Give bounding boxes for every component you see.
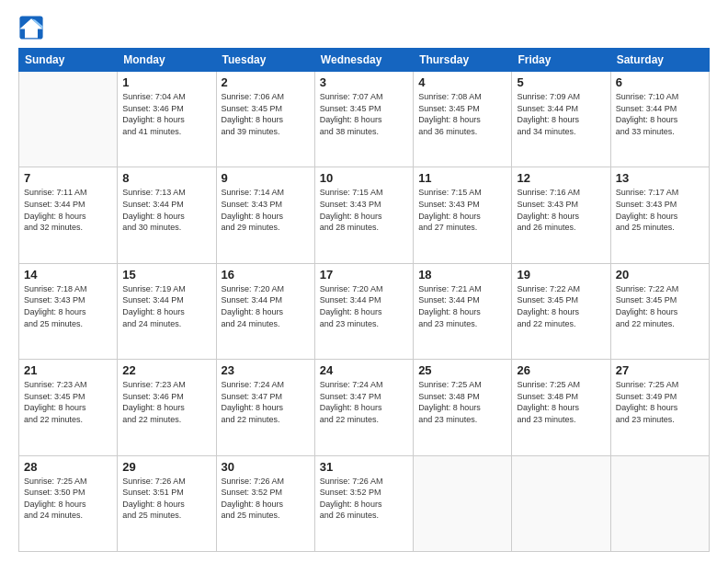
col-header-monday: Monday <box>118 49 216 72</box>
day-number: 26 <box>517 363 605 377</box>
day-number: 19 <box>517 268 605 282</box>
col-header-wednesday: Wednesday <box>314 49 413 72</box>
day-number: 8 <box>122 171 210 185</box>
calendar-cell: 28Sunrise: 7:25 AM Sunset: 3:50 PM Dayli… <box>19 455 118 551</box>
day-number: 13 <box>616 171 704 185</box>
day-info: Sunrise: 7:15 AM Sunset: 3:43 PM Dayligh… <box>418 187 506 233</box>
day-number: 27 <box>616 363 704 377</box>
day-info: Sunrise: 7:20 AM Sunset: 3:44 PM Dayligh… <box>320 283 408 329</box>
calendar-row-2: 14Sunrise: 7:18 AM Sunset: 3:43 PM Dayli… <box>19 263 710 359</box>
calendar-cell: 17Sunrise: 7:20 AM Sunset: 3:44 PM Dayli… <box>314 263 413 359</box>
calendar-cell: 13Sunrise: 7:17 AM Sunset: 3:43 PM Dayli… <box>610 167 709 263</box>
calendar-cell: 4Sunrise: 7:08 AM Sunset: 3:45 PM Daylig… <box>414 72 512 167</box>
header <box>18 15 710 40</box>
page: SundayMondayTuesdayWednesdayThursdayFrid… <box>0 0 728 563</box>
calendar-row-0: 1Sunrise: 7:04 AM Sunset: 3:46 PM Daylig… <box>19 72 710 167</box>
day-number: 31 <box>320 460 408 474</box>
day-number: 21 <box>24 363 112 377</box>
calendar-cell: 8Sunrise: 7:13 AM Sunset: 3:44 PM Daylig… <box>118 167 216 263</box>
day-info: Sunrise: 7:23 AM Sunset: 3:46 PM Dayligh… <box>122 379 210 425</box>
day-number: 4 <box>418 75 506 89</box>
calendar-cell: 5Sunrise: 7:09 AM Sunset: 3:44 PM Daylig… <box>512 72 610 167</box>
col-header-friday: Friday <box>512 49 610 72</box>
day-info: Sunrise: 7:25 AM Sunset: 3:49 PM Dayligh… <box>616 379 704 425</box>
calendar-cell: 2Sunrise: 7:06 AM Sunset: 3:45 PM Daylig… <box>216 72 314 167</box>
day-info: Sunrise: 7:16 AM Sunset: 3:43 PM Dayligh… <box>517 187 605 233</box>
day-info: Sunrise: 7:10 AM Sunset: 3:44 PM Dayligh… <box>616 91 704 137</box>
day-info: Sunrise: 7:26 AM Sunset: 3:51 PM Dayligh… <box>122 476 210 522</box>
calendar-cell: 20Sunrise: 7:22 AM Sunset: 3:45 PM Dayli… <box>610 263 709 359</box>
calendar-cell: 22Sunrise: 7:23 AM Sunset: 3:46 PM Dayli… <box>118 360 216 455</box>
day-info: Sunrise: 7:18 AM Sunset: 3:43 PM Dayligh… <box>24 283 112 329</box>
col-header-sunday: Sunday <box>19 49 118 72</box>
logo-icon <box>18 15 44 40</box>
calendar-cell: 21Sunrise: 7:23 AM Sunset: 3:45 PM Dayli… <box>19 360 118 455</box>
calendar-table: SundayMondayTuesdayWednesdayThursdayFrid… <box>18 48 710 552</box>
day-info: Sunrise: 7:25 AM Sunset: 3:48 PM Dayligh… <box>418 379 506 425</box>
day-number: 1 <box>122 75 210 89</box>
day-number: 12 <box>517 171 605 185</box>
col-header-saturday: Saturday <box>610 49 709 72</box>
day-number: 9 <box>222 171 310 185</box>
col-header-tuesday: Tuesday <box>216 49 314 72</box>
calendar-cell: 6Sunrise: 7:10 AM Sunset: 3:44 PM Daylig… <box>610 72 709 167</box>
day-info: Sunrise: 7:11 AM Sunset: 3:44 PM Dayligh… <box>24 187 112 233</box>
calendar-cell: 29Sunrise: 7:26 AM Sunset: 3:51 PM Dayli… <box>118 455 216 551</box>
calendar-cell: 27Sunrise: 7:25 AM Sunset: 3:49 PM Dayli… <box>610 360 709 455</box>
calendar-cell: 23Sunrise: 7:24 AM Sunset: 3:47 PM Dayli… <box>216 360 314 455</box>
day-info: Sunrise: 7:26 AM Sunset: 3:52 PM Dayligh… <box>320 476 408 522</box>
calendar-row-1: 7Sunrise: 7:11 AM Sunset: 3:44 PM Daylig… <box>19 167 710 263</box>
calendar-cell: 11Sunrise: 7:15 AM Sunset: 3:43 PM Dayli… <box>414 167 512 263</box>
calendar-cell: 31Sunrise: 7:26 AM Sunset: 3:52 PM Dayli… <box>314 455 413 551</box>
day-number: 17 <box>320 268 408 282</box>
calendar-row-3: 21Sunrise: 7:23 AM Sunset: 3:45 PM Dayli… <box>19 360 710 455</box>
day-info: Sunrise: 7:25 AM Sunset: 3:48 PM Dayligh… <box>517 379 605 425</box>
day-number: 18 <box>418 268 506 282</box>
day-info: Sunrise: 7:13 AM Sunset: 3:44 PM Dayligh… <box>122 187 210 233</box>
calendar-cell: 25Sunrise: 7:25 AM Sunset: 3:48 PM Dayli… <box>414 360 512 455</box>
day-number: 20 <box>616 268 704 282</box>
day-number: 3 <box>320 75 408 89</box>
day-info: Sunrise: 7:26 AM Sunset: 3:52 PM Dayligh… <box>222 476 310 522</box>
day-number: 6 <box>616 75 704 89</box>
calendar-header-row: SundayMondayTuesdayWednesdayThursdayFrid… <box>19 49 710 72</box>
calendar-cell: 1Sunrise: 7:04 AM Sunset: 3:46 PM Daylig… <box>118 72 216 167</box>
day-info: Sunrise: 7:06 AM Sunset: 3:45 PM Dayligh… <box>222 91 310 137</box>
day-info: Sunrise: 7:07 AM Sunset: 3:45 PM Dayligh… <box>320 91 408 137</box>
day-info: Sunrise: 7:25 AM Sunset: 3:50 PM Dayligh… <box>24 476 112 522</box>
calendar-cell <box>610 455 709 551</box>
calendar-cell <box>19 72 118 167</box>
calendar-cell: 10Sunrise: 7:15 AM Sunset: 3:43 PM Dayli… <box>314 167 413 263</box>
day-number: 11 <box>418 171 506 185</box>
calendar-cell: 3Sunrise: 7:07 AM Sunset: 3:45 PM Daylig… <box>314 72 413 167</box>
calendar-cell <box>512 455 610 551</box>
day-info: Sunrise: 7:14 AM Sunset: 3:43 PM Dayligh… <box>222 187 310 233</box>
day-number: 2 <box>222 75 310 89</box>
day-number: 29 <box>122 460 210 474</box>
calendar-cell: 30Sunrise: 7:26 AM Sunset: 3:52 PM Dayli… <box>216 455 314 551</box>
day-info: Sunrise: 7:21 AM Sunset: 3:44 PM Dayligh… <box>418 283 506 329</box>
day-info: Sunrise: 7:20 AM Sunset: 3:44 PM Dayligh… <box>222 283 310 329</box>
day-info: Sunrise: 7:15 AM Sunset: 3:43 PM Dayligh… <box>320 187 408 233</box>
day-info: Sunrise: 7:24 AM Sunset: 3:47 PM Dayligh… <box>222 379 310 425</box>
day-info: Sunrise: 7:22 AM Sunset: 3:45 PM Dayligh… <box>616 283 704 329</box>
day-info: Sunrise: 7:22 AM Sunset: 3:45 PM Dayligh… <box>517 283 605 329</box>
day-number: 7 <box>24 171 112 185</box>
calendar-cell: 7Sunrise: 7:11 AM Sunset: 3:44 PM Daylig… <box>19 167 118 263</box>
calendar-row-4: 28Sunrise: 7:25 AM Sunset: 3:50 PM Dayli… <box>19 455 710 551</box>
calendar-cell: 12Sunrise: 7:16 AM Sunset: 3:43 PM Dayli… <box>512 167 610 263</box>
day-info: Sunrise: 7:17 AM Sunset: 3:43 PM Dayligh… <box>616 187 704 233</box>
calendar-cell: 18Sunrise: 7:21 AM Sunset: 3:44 PM Dayli… <box>414 263 512 359</box>
day-number: 30 <box>222 460 310 474</box>
day-number: 25 <box>418 363 506 377</box>
day-number: 10 <box>320 171 408 185</box>
calendar-cell: 16Sunrise: 7:20 AM Sunset: 3:44 PM Dayli… <box>216 263 314 359</box>
day-info: Sunrise: 7:19 AM Sunset: 3:44 PM Dayligh… <box>122 283 210 329</box>
calendar-cell <box>414 455 512 551</box>
col-header-thursday: Thursday <box>414 49 512 72</box>
calendar-cell: 24Sunrise: 7:24 AM Sunset: 3:47 PM Dayli… <box>314 360 413 455</box>
day-number: 15 <box>122 268 210 282</box>
day-info: Sunrise: 7:04 AM Sunset: 3:46 PM Dayligh… <box>122 91 210 137</box>
day-info: Sunrise: 7:08 AM Sunset: 3:45 PM Dayligh… <box>418 91 506 137</box>
day-number: 23 <box>222 363 310 377</box>
